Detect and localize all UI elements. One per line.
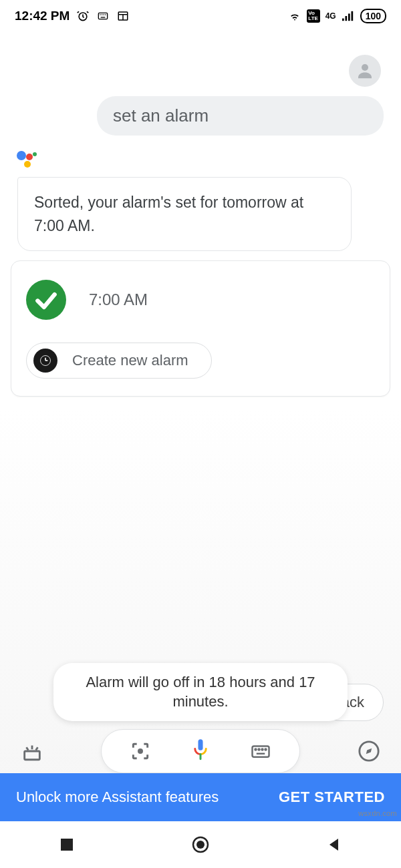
home-button[interactable] <box>187 831 214 858</box>
svg-point-29 <box>262 749 263 750</box>
svg-marker-37 <box>329 839 338 851</box>
svg-point-18 <box>33 152 37 156</box>
alarm-time-label: 7:00 AM <box>89 290 148 309</box>
network-type: 4G <box>325 11 336 21</box>
svg-rect-22 <box>25 751 40 760</box>
recents-button[interactable] <box>53 831 80 858</box>
assistant-reply-text: Sorted, your alarm's set for tomorrow at… <box>34 194 303 234</box>
svg-point-27 <box>255 749 257 750</box>
explore-icon[interactable] <box>356 738 382 765</box>
banner-text: Unlock more Assistant features <box>16 789 219 806</box>
svg-rect-12 <box>348 13 350 21</box>
clock-icon <box>33 349 57 373</box>
check-icon <box>26 280 66 320</box>
input-pill <box>101 729 300 773</box>
updates-icon[interactable] <box>19 738 45 765</box>
user-avatar[interactable] <box>349 55 381 87</box>
signal-icon <box>342 9 355 23</box>
lens-icon[interactable] <box>128 739 152 763</box>
toast-message: Alarm will go off in 18 hours and 17 min… <box>53 663 348 721</box>
svg-rect-5 <box>106 14 106 15</box>
svg-rect-3 <box>102 14 102 15</box>
svg-rect-34 <box>61 839 73 851</box>
svg-rect-10 <box>342 19 344 21</box>
svg-point-14 <box>362 64 368 71</box>
create-alarm-label: Create new alarm <box>72 352 188 369</box>
svg-point-23 <box>138 748 143 754</box>
back-button[interactable] <box>321 831 348 858</box>
svg-point-30 <box>265 749 267 750</box>
wifi-icon <box>288 9 301 23</box>
svg-rect-6 <box>101 17 106 17</box>
keyboard-icon[interactable] <box>249 739 273 763</box>
status-bar: 12:42 PM VoLTE 4G 100 <box>0 0 401 32</box>
svg-point-17 <box>24 161 31 168</box>
svg-point-36 <box>196 841 205 849</box>
mic-icon[interactable] <box>188 739 213 763</box>
alarm-indicator-icon <box>76 9 90 23</box>
get-started-button[interactable]: GET STARTED <box>279 789 385 806</box>
svg-point-16 <box>26 154 33 160</box>
svg-marker-33 <box>366 748 372 754</box>
system-nav-bar <box>0 821 401 868</box>
svg-point-28 <box>259 749 260 750</box>
battery-indicator: 100 <box>360 9 386 23</box>
assistant-reply-bubble: Sorted, your alarm's set for tomorrow at… <box>17 177 352 251</box>
volte-icon: VoLTE <box>307 9 320 23</box>
svg-rect-1 <box>99 13 108 19</box>
user-message-bubble: set an alarm <box>97 96 384 136</box>
conversation-area: set an alarm Sorted, your alarm's set fo… <box>0 32 401 868</box>
user-message-text: set an alarm <box>113 105 209 126</box>
watermark: wsxdn.com <box>358 809 397 817</box>
svg-rect-2 <box>100 14 101 15</box>
svg-rect-11 <box>345 16 347 21</box>
keyboard-indicator-icon <box>96 9 110 23</box>
svg-rect-24 <box>198 739 203 750</box>
status-time: 12:42 PM <box>15 9 70 23</box>
assistant-input-row <box>0 729 401 773</box>
svg-point-15 <box>17 151 26 160</box>
news-indicator-icon <box>116 9 130 23</box>
svg-rect-26 <box>253 746 269 757</box>
svg-rect-13 <box>351 11 353 21</box>
promo-banner[interactable]: Unlock more Assistant features GET START… <box>0 773 401 821</box>
alarm-card: 7:00 AM Create new alarm <box>11 260 390 397</box>
svg-rect-4 <box>104 14 104 15</box>
create-alarm-chip[interactable]: Create new alarm <box>26 343 212 379</box>
assistant-logo-icon <box>16 149 392 172</box>
